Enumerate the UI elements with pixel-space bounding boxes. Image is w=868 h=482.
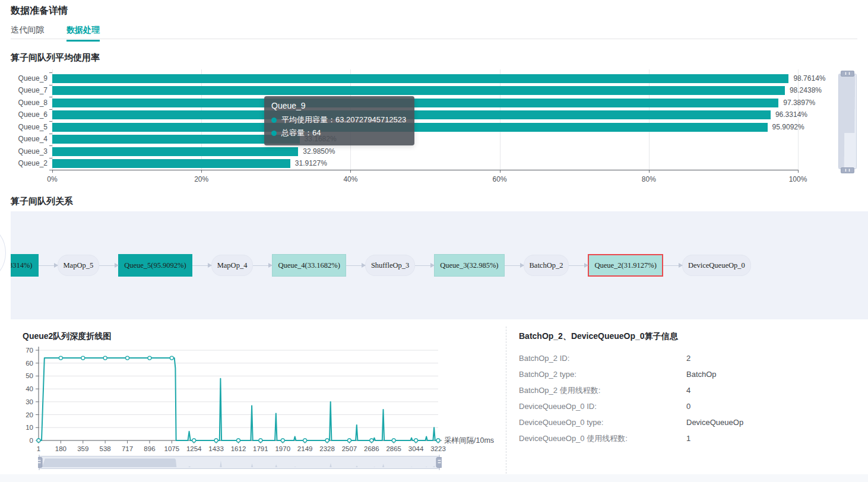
queue-usage-bar-chart[interactable]: 0%20%40%60%80%100% Queue_998.7614%Queue_…	[11, 66, 857, 185]
tab-data-processing-label: 数据处理	[66, 25, 100, 34]
info-row-value: 2	[686, 354, 690, 363]
grid-line	[798, 69, 799, 170]
y-tick-label: 0	[30, 437, 33, 444]
info-panel-title: BatchOp_2、DeviceQueueOp_0算子信息	[519, 331, 678, 342]
data-point-marker	[370, 439, 373, 442]
bar[interactable]	[52, 99, 778, 107]
flow-arrow-icon	[415, 265, 434, 266]
panel-divider	[506, 326, 506, 477]
tab-bar: 迭代间隙 数据处理	[11, 24, 857, 39]
bar[interactable]	[52, 135, 300, 144]
x-tick-label: 1075	[164, 445, 180, 452]
bar-value-label: 31.9127%	[295, 159, 327, 168]
line-chart-zoom-slider[interactable]	[38, 455, 442, 471]
x-tick-label: 2865	[386, 445, 401, 452]
flow-node-mapop_4[interactable]: MapOp_4	[211, 255, 254, 276]
info-row-label: DeviceQueueOp_0 type:	[519, 418, 686, 427]
data-point-marker	[170, 356, 173, 360]
page-title: 数据准备详情	[11, 5, 68, 17]
bar-value-label: 97.3897%	[783, 99, 815, 107]
flow-arrow-icon	[663, 265, 682, 266]
x-axis-tick-label: 100%	[789, 175, 807, 183]
x-tick-label: 1791	[253, 445, 268, 452]
bar[interactable]	[52, 147, 298, 156]
tab-step-interval-label: 迭代间隙	[11, 25, 44, 34]
flow-arrow-icon	[505, 265, 524, 266]
bar-category-label: Queue_6	[11, 110, 47, 119]
tooltip-value: 64	[312, 126, 321, 139]
y-tick-label: 30	[26, 398, 33, 405]
data-point-marker	[237, 439, 240, 442]
info-row-label: BatchOp_2 ID:	[519, 354, 686, 363]
line-chart-title: Queue2队列深度折线图	[23, 331, 111, 342]
queue-depth-line-chart[interactable]: 0102030405060701180359538717896107512541…	[14, 342, 465, 456]
data-point-marker	[303, 439, 307, 442]
graph-canvas[interactable]: Queue_6(96.3314%)MapOp_5Queue_5(95.9092%…	[11, 211, 868, 319]
tab-data-processing[interactable]: 数据处理	[66, 24, 100, 39]
y-tick-label: 10	[26, 424, 33, 431]
x-axis-unit-label: 采样间隔/10ms	[444, 436, 494, 446]
x-axis-tick-label: 0%	[47, 175, 57, 183]
info-row-value: 1	[686, 434, 690, 443]
bar-chart-zoom-slider[interactable]	[835, 69, 861, 176]
flow-node-batchop_2[interactable]: BatchOp_2	[524, 255, 569, 276]
x-tick-label: 180	[55, 445, 66, 452]
info-row-value: BatchOp	[686, 370, 717, 379]
x-axis-line	[52, 170, 798, 170]
vslider-handle[interactable]	[841, 168, 854, 173]
data-point-marker	[325, 439, 329, 442]
operator-info-panel: BatchOp_2 ID:2BatchOp_2 type:BatchOpBatc…	[519, 350, 851, 446]
x-tick-label: 2328	[319, 445, 335, 452]
y-axis-tick	[49, 170, 52, 170]
x-tick-label: 3223	[430, 445, 446, 452]
flow-node-queue_3[interactable]: Queue_3(32.985%)	[434, 254, 504, 277]
tooltip-title: Queue_9	[271, 101, 406, 110]
x-tick-label: 538	[100, 445, 111, 452]
bar-category-label: Queue_2	[11, 159, 47, 168]
data-point-marker	[259, 439, 262, 442]
flow-node-queue_6[interactable]: Queue_6(96.3314%)	[11, 254, 39, 277]
x-tick-label: 1	[37, 445, 40, 452]
bar[interactable]	[52, 86, 785, 95]
tab-step-interval[interactable]: 迭代间隙	[11, 24, 44, 39]
flow-arrow-icon	[192, 265, 211, 266]
info-row-value: 4	[686, 386, 690, 395]
flow-node-mapop_5[interactable]: MapOp_5	[58, 255, 100, 276]
bar-category-label: Queue_9	[11, 74, 47, 83]
y-axis-tick	[49, 134, 52, 134]
bar[interactable]	[52, 74, 788, 83]
info-row: DeviceQueueOp_0 type:DeviceQueueOp	[519, 414, 851, 430]
clipped-ellipse-node	[0, 228, 6, 278]
data-point-marker	[392, 439, 395, 442]
grid-line	[649, 69, 650, 170]
bar-category-label: Queue_7	[11, 86, 47, 95]
y-axis-tick	[49, 97, 52, 97]
data-point-marker	[126, 356, 129, 360]
x-tick-label: 1433	[208, 445, 224, 452]
info-row-value: DeviceQueueOp	[686, 418, 743, 427]
flow-node-queue_5[interactable]: Queue_5(95.9092%)	[118, 254, 192, 277]
tooltip-row: 平均使用容量： 63.20727945712523	[271, 113, 406, 126]
flow-node-devicequeueop_0[interactable]: DeviceQueueOp_0	[682, 255, 751, 276]
info-row: BatchOp_2 type:BatchOp	[519, 366, 851, 382]
queue-relationship-graph: Queue_6(96.3314%)MapOp_5Queue_5(95.9092%…	[0, 211, 868, 319]
tooltip-row: 总容量： 64	[271, 126, 406, 139]
y-axis-tick	[49, 121, 52, 122]
tooltip-label: 平均使用容量：	[281, 113, 335, 126]
x-axis-tick-label: 40%	[343, 175, 357, 183]
data-point-marker	[436, 439, 440, 442]
flow-arrow-icon	[39, 265, 58, 266]
bar[interactable]	[52, 159, 290, 168]
flow-node-shuffleop_3[interactable]: ShuffleOp_3	[365, 255, 415, 276]
page-bottom-strip	[0, 474, 868, 482]
y-tick-label: 40	[26, 385, 33, 392]
x-axis-tick-label: 20%	[194, 175, 208, 183]
data-point-marker	[103, 356, 107, 360]
y-axis-tick	[49, 158, 52, 158]
flow-node-queue_4[interactable]: Queue_4(33.1682%)	[272, 254, 346, 277]
bar-value-label: 98.2438%	[790, 86, 822, 95]
bar-value-label: 96.3314%	[775, 110, 807, 119]
info-row-label: BatchOp_2 使用线程数:	[519, 385, 686, 396]
vslider-handle[interactable]	[841, 71, 854, 77]
flow-node-queue_2[interactable]: Queue_2(31.9127%)	[588, 254, 663, 277]
